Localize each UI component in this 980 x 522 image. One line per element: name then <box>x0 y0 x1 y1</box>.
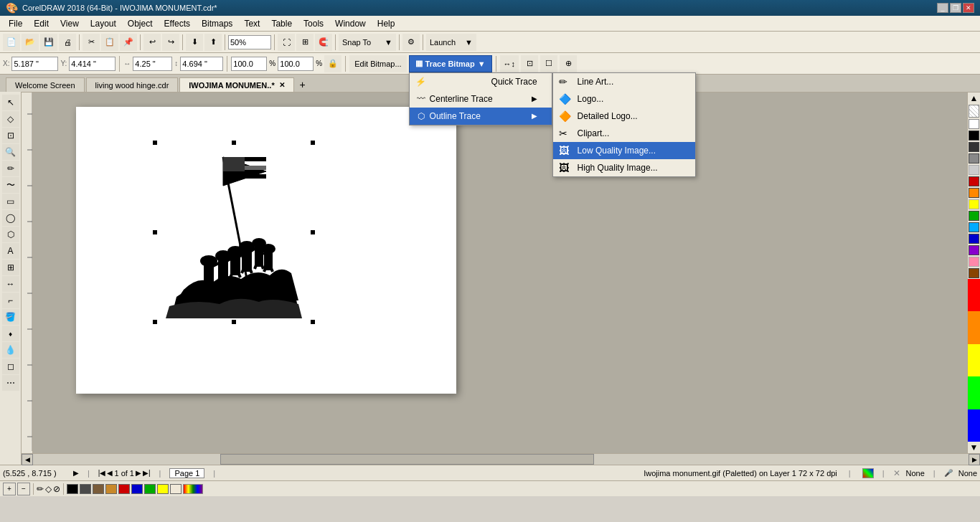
zoom-tool[interactable]: 🔍 <box>2 144 19 160</box>
new-button[interactable]: 📄 <box>3 34 20 51</box>
add-page-btn[interactable]: + <box>3 483 16 495</box>
menu-effects[interactable]: Effects <box>159 17 196 30</box>
palette-scroll-down[interactable]: ▼ <box>968 442 980 453</box>
palette-cyan[interactable] <box>969 222 979 232</box>
high-quality-item[interactable]: 🖼 High Quality Image... <box>553 159 695 176</box>
palette-bright-red[interactable] <box>968 279 980 311</box>
blend-tool[interactable]: ⋯ <box>2 375 19 391</box>
quick-trace-item[interactable]: ⚡ Quick Trace <box>410 73 552 90</box>
palette-none[interactable] <box>969 105 979 118</box>
rectangle-tool[interactable]: ▭ <box>2 194 19 209</box>
swatch-beige[interactable] <box>170 484 182 494</box>
swatch-blue[interactable] <box>131 484 143 494</box>
swatch-brown2[interactable] <box>105 484 117 494</box>
tab-welcome[interactable]: Welcome Screen <box>6 77 85 92</box>
clipart-item[interactable]: ✂ Clipart... <box>553 125 695 142</box>
palette-gray[interactable] <box>969 153 979 163</box>
node-tool-btn[interactable]: ◇ <box>45 484 52 494</box>
table-tool[interactable]: ⊞ <box>2 260 19 275</box>
palette-green[interactable] <box>969 211 979 221</box>
crop-button[interactable]: ⊡ <box>521 55 538 72</box>
menu-window[interactable]: Window <box>329 17 372 30</box>
tab-iwojima[interactable]: IWOJIMA MONUMEN..* ✕ <box>179 77 293 92</box>
tab-close-icon[interactable]: ✕ <box>279 81 285 89</box>
palette-bright-yellow[interactable] <box>968 344 980 376</box>
swatch-dark[interactable] <box>80 484 91 494</box>
centerline-trace-item[interactable]: 〰 Centerline Trace ▶ <box>410 90 552 108</box>
options-button[interactable]: ⚙ <box>402 34 420 51</box>
snap-to-dropdown[interactable]: Snap To ▼ <box>339 34 396 51</box>
h-scrollbar[interactable]: ◀ ▶ <box>22 453 980 465</box>
artwork-container[interactable] <box>155 143 313 322</box>
x-field[interactable] <box>11 57 58 71</box>
palette-yellow[interactable] <box>969 199 979 209</box>
restore-button[interactable]: ❐ <box>950 3 961 13</box>
swatch-black[interactable] <box>67 484 78 494</box>
palette-bright-blue[interactable] <box>968 409 980 442</box>
palette-dark-gray[interactable] <box>969 142 979 152</box>
handle-tl[interactable] <box>152 140 158 146</box>
scroll-left-btn[interactable]: ◀ <box>22 454 33 465</box>
handle-bm[interactable] <box>231 319 237 325</box>
tab-hinge[interactable]: living wood hinge.cdr <box>86 77 179 92</box>
print-button[interactable]: 🖨 <box>59 34 76 51</box>
eyedropper-tool[interactable]: 💧 <box>2 342 19 358</box>
import-button[interactable]: ⬇ <box>186 34 203 51</box>
next-page-btn[interactable]: ▶ <box>136 469 141 477</box>
handle-tr[interactable] <box>310 140 316 146</box>
polygon-tool[interactable]: ⬡ <box>2 227 19 242</box>
first-page-btn[interactable]: |◀ <box>98 469 106 477</box>
scroll-right-btn[interactable]: ▶ <box>969 454 980 465</box>
last-page-btn[interactable]: ▶| <box>143 469 151 477</box>
swatch-brown1[interactable] <box>93 484 104 494</box>
clear-button[interactable]: ☐ <box>540 55 557 72</box>
delete-page-btn[interactable]: − <box>17 483 30 495</box>
select-tool[interactable]: ↖ <box>2 95 19 110</box>
add-point-button[interactable]: ⊕ <box>560 55 577 72</box>
ellipse-tool[interactable]: ◯ <box>2 210 19 226</box>
trace-bitmap-button[interactable]: ▦ Trace Bitmap ▼ <box>409 55 492 72</box>
smart-fill-tool[interactable]: ⬧ <box>2 326 19 341</box>
palette-purple[interactable] <box>969 245 979 255</box>
palette-white[interactable] <box>969 119 979 129</box>
redo-button[interactable]: ↪ <box>162 34 179 51</box>
scale-x-field[interactable] <box>231 57 267 71</box>
outline-trace-item[interactable]: ⬡ Outline Trace ▶ <box>410 108 552 125</box>
palette-light-gray[interactable] <box>969 165 979 175</box>
text-tool[interactable]: A <box>2 243 19 259</box>
save-button[interactable]: 💾 <box>40 34 57 51</box>
cut-button[interactable]: ✂ <box>83 34 100 51</box>
transform-button[interactable]: ↔↕ <box>500 55 519 72</box>
menu-tools[interactable]: Tools <box>298 17 329 30</box>
menu-bitmaps[interactable]: Bitmaps <box>196 17 238 30</box>
menu-text[interactable]: Text <box>238 17 265 30</box>
palette-brown[interactable] <box>969 268 979 278</box>
tab-add-button[interactable]: + <box>296 77 310 92</box>
snap-button[interactable]: 🧲 <box>315 34 332 51</box>
eraser-tool-btn[interactable]: ⊘ <box>53 484 60 494</box>
low-quality-item[interactable]: 🖼 Low Quality Image... <box>553 142 695 159</box>
open-button[interactable]: 📂 <box>22 34 39 51</box>
menu-layout[interactable]: Layout <box>85 17 122 30</box>
menu-edit[interactable]: Edit <box>28 17 55 30</box>
fill-tool[interactable]: 🪣 <box>2 309 19 325</box>
line-art-item[interactable]: ✏ Line Art... <box>553 73 695 90</box>
zoom-input[interactable] <box>228 35 271 49</box>
palette-orange[interactable] <box>969 188 979 198</box>
undo-button[interactable]: ↩ <box>143 34 161 51</box>
minimize-button[interactable]: _ <box>937 3 948 13</box>
menu-table[interactable]: Table <box>265 17 298 30</box>
smartdraw-tool[interactable]: 〜 <box>2 177 19 193</box>
paste-button[interactable]: 📌 <box>120 34 137 51</box>
canvas-area[interactable] <box>33 92 967 453</box>
handle-bl[interactable] <box>152 319 158 325</box>
palette-blue[interactable] <box>969 234 979 244</box>
menu-help[interactable]: Help <box>372 17 401 30</box>
palette-scroll-up[interactable]: ▲ <box>968 92 980 104</box>
full-screen-button[interactable]: ⛶ <box>278 34 295 51</box>
handle-tm[interactable] <box>231 140 237 146</box>
launch-dropdown[interactable]: Launch ▼ <box>426 34 476 51</box>
palette-pink[interactable] <box>969 257 979 267</box>
freehand-tool[interactable]: ✏ <box>2 161 19 176</box>
width-field[interactable] <box>133 57 172 71</box>
